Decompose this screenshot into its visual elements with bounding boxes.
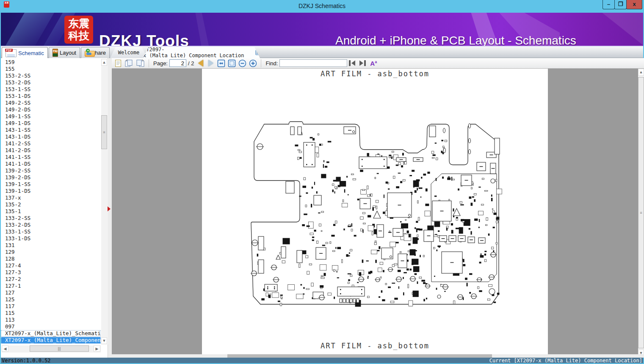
sidebar-item[interactable]: 129 (1, 249, 101, 256)
sidebar-item[interactable]: 159 (1, 59, 101, 66)
next-page-icon[interactable] (208, 60, 213, 67)
sidebar-item[interactable]: 127 (1, 289, 101, 296)
sidebar-item[interactable]: 149-2-DS (1, 106, 101, 113)
sidebar-item[interactable]: 133-2-SS (1, 215, 101, 222)
sidebar-item[interactable]: 097 (1, 323, 101, 330)
brand-title: DZKJ Tools (99, 32, 189, 47)
sidebar-item[interactable]: 133-1-SS (1, 228, 101, 235)
art-film-title-bottom: ART FILM - asb_bottom (202, 342, 548, 350)
maximize-button[interactable]: ❐ (614, 0, 627, 9)
scroll-left-icon[interactable]: ◀ (2, 345, 8, 352)
doc-tab-welcome[interactable]: Welcome (110, 47, 147, 58)
sidebar-item[interactable]: 127-1 (1, 283, 101, 289)
scrollbar-thumb[interactable]: ≡ (638, 77, 644, 348)
current-document-text: Current [XT2097-x_(Malta_Lite)_Component… (489, 358, 642, 364)
minimize-button[interactable]: – (603, 0, 615, 9)
sidebar-item[interactable]: 139-2-SS (1, 167, 101, 174)
sidebar-item[interactable]: 117 (1, 303, 101, 310)
tab-schematic-label: Schematic (18, 50, 44, 56)
sidebar-item[interactable]: 149-1-DS (1, 120, 101, 127)
sidebar-item[interactable]: 139-2-DS (1, 174, 101, 181)
doc-tab-component-location[interactable]: XT2097-x_(Malta_Lite)_Component_Location… (143, 47, 260, 58)
sidebar-item[interactable]: 155 (1, 66, 101, 72)
close-button[interactable]: x (626, 0, 642, 9)
sidebar-item[interactable]: 139-1-SS (1, 181, 101, 188)
page-label: Page: (153, 60, 168, 67)
banner-shape (187, 13, 213, 47)
brand-logo-line2: 科技 (68, 30, 89, 42)
sidebar: 159155153-2-SS153-2-DS153-1-SS153-1-DS14… (1, 58, 108, 358)
sidebar-item[interactable]: 133-1-DS (1, 235, 101, 242)
version-text: Version:1.0.0.52 (2, 358, 51, 364)
share-folder-icon: + (85, 49, 89, 57)
sidebar-item[interactable]: 128 (1, 256, 101, 262)
fit-width-icon[interactable] (217, 59, 225, 67)
zoom-in-icon[interactable] (249, 59, 257, 67)
scroll-up-icon[interactable]: ▲ (101, 59, 107, 66)
sidebar-item[interactable]: 113 (1, 317, 101, 323)
sidebar-horizontal-scrollbar[interactable]: ◀ ||| ▶ (2, 345, 101, 353)
sidebar-item[interactable]: 153-1-SS (1, 86, 101, 93)
window-title: DZKJ Schematics (1, 3, 643, 9)
tab-layout[interactable]: PADS Layout (49, 47, 80, 58)
snapshot-icon[interactable] (115, 59, 122, 67)
sidebar-item[interactable]: 139-1-DS (1, 188, 101, 195)
banner: 东震 科技 DZKJ Tools Android + iPhone & PCB … (1, 13, 643, 47)
scroll-down-icon[interactable]: ▼ (101, 337, 107, 344)
doc-tab-close-icon[interactable]: x (255, 50, 260, 55)
find-previous-icon[interactable] (348, 60, 356, 67)
document-viewer[interactable]: ART FILM - asb_bottom ART FILM - asb_bot… (112, 69, 638, 354)
banner-tagline: Android + iPhone & PCB Layout - Schemati… (335, 34, 576, 47)
viewer-toolbar: Page: / 2 Find: Aa (112, 58, 644, 69)
sidebar-item[interactable]: 141-2-SS (1, 140, 101, 147)
sidebar-item[interactable]: 153-1-DS (1, 93, 101, 100)
scrollbar-thumb[interactable] (227, 354, 492, 358)
tab-schematic[interactable]: PDF Schematic (2, 47, 48, 58)
find-input[interactable] (279, 59, 347, 67)
viewer-vertical-scrollbar[interactable]: ▲ ≡ ▼ (638, 69, 644, 358)
sidebar-item[interactable]: 149-1-SS (1, 113, 101, 120)
sidebar-vertical-scrollbar[interactable]: ▲ ≡ ▼ (101, 59, 108, 345)
sidebar-item[interactable]: 127-2 (1, 276, 101, 283)
sidebar-item[interactable]: 143-1-SS (1, 127, 101, 133)
brand-logo-line1: 东震 (68, 17, 89, 30)
sidebar-item[interactable]: 125 (1, 296, 101, 303)
scroll-right-icon[interactable]: ▶ (94, 345, 100, 352)
paste-page-icon[interactable] (136, 59, 145, 67)
font-size-icon[interactable]: Aa (370, 60, 377, 67)
sidebar-item[interactable]: 131 (1, 242, 101, 249)
sidebar-item[interactable]: 133-2-DS (1, 222, 101, 228)
fit-page-icon[interactable] (228, 59, 236, 67)
previous-page-icon[interactable] (198, 60, 203, 67)
find-label: Find: (265, 60, 278, 67)
sidebar-item[interactable]: 141-1-DS (1, 161, 101, 167)
splitter-collapse-icon[interactable] (108, 206, 111, 211)
sidebar-item[interactable]: 143-1-DS (1, 133, 101, 140)
scroll-up-icon[interactable]: ▲ (638, 69, 644, 76)
pdf-icon: PDF (6, 49, 17, 57)
scrollbar-thumb[interactable]: ≡ (101, 115, 107, 149)
banner-shape (602, 13, 643, 47)
page-number-input[interactable] (169, 59, 186, 67)
zoom-out-icon[interactable] (238, 59, 246, 67)
viewer-horizontal-scrollbar[interactable] (112, 354, 644, 358)
sidebar-item[interactable]: 137-x (1, 195, 101, 201)
sidebar-item[interactable]: 135-1 (1, 208, 101, 215)
sidebar-item[interactable]: XT2097-x_(Malta_Lite)_Schematics (1, 330, 101, 337)
find-next-icon[interactable] (359, 60, 366, 67)
sidebar-item[interactable]: 127-4 (1, 262, 101, 269)
sidebar-item[interactable]: 149-2-SS (1, 100, 101, 106)
tab-share[interactable]: + Share (81, 47, 110, 58)
scrollbar-thumb[interactable]: ||| (30, 345, 89, 352)
sidebar-item[interactable]: 141-2-DS (1, 147, 101, 154)
sidebar-item[interactable]: 153-2-DS (1, 79, 101, 86)
sidebar-item[interactable]: 127-3 (1, 269, 101, 276)
sidebar-item[interactable]: 115 (1, 310, 101, 317)
sidebar-item[interactable]: XT2097-x_(Malta_Lite)_Component_Locati (1, 337, 101, 344)
sidebar-item[interactable]: 141-1-SS (1, 154, 101, 161)
doc-tab-label: XT2097-x_(Malta_Lite)_Component_Location (143, 47, 254, 58)
sidebar-item[interactable]: 135-2 (1, 201, 101, 208)
sidebar-item[interactable]: 153-2-SS (1, 72, 101, 79)
copy-page-icon[interactable] (124, 59, 133, 67)
pdf-page: ART FILM - asb_bottom ART FILM - asb_bot… (202, 69, 548, 354)
